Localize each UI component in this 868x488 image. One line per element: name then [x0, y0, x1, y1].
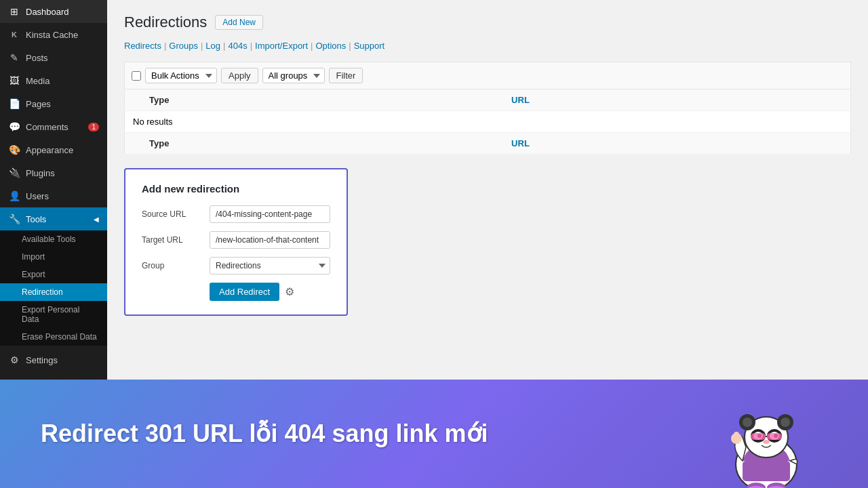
sidebar-item-label: Pages	[26, 99, 51, 109]
kinsta-icon: K	[8, 28, 20, 41]
submit-row: Add Redirect ⚙	[142, 283, 330, 301]
sidebar-item-label: Settings	[26, 355, 58, 365]
sidebar-item-dashboard[interactable]: ⊞ Dashboard	[0, 0, 107, 23]
add-redirect-button[interactable]: Add Redirect	[210, 283, 279, 301]
svg-rect-1	[743, 461, 790, 481]
sidebar-item-posts[interactable]: ✎ Posts	[0, 46, 107, 69]
group-row: Group Redirections	[142, 257, 330, 274]
group-form-select[interactable]: Redirections	[210, 257, 330, 274]
th-checkbox	[125, 89, 142, 111]
tfoot-url: URL	[503, 133, 850, 155]
apply-button[interactable]: Apply	[221, 68, 258, 83]
banner-text: Redirect 301 URL lỗi 404 sang link mới	[41, 420, 488, 448]
add-redirect-box: Add new redirection Source URL Target UR…	[124, 168, 348, 316]
sidebar-item-label: Dashboard	[26, 7, 69, 17]
sidebar-item-tools[interactable]: 🔧 Tools ◀	[0, 207, 107, 230]
comments-icon: 💬	[8, 121, 20, 133]
group-label: Group	[142, 261, 203, 270]
bulk-actions-select[interactable]: Bulk Actions	[145, 68, 217, 83]
tools-expand-icon: ◀	[94, 216, 99, 223]
panda-svg	[705, 383, 827, 488]
sidebar-item-label: Kinsta Cache	[26, 30, 78, 40]
main-content: Redirections Add New Redirects | Groups …	[107, 0, 868, 380]
source-url-label: Source URL	[142, 209, 203, 219]
target-url-input[interactable]	[210, 231, 330, 249]
nav-404s[interactable]: 404s	[228, 41, 247, 51]
page-title-row: Redirections Add New	[124, 14, 851, 31]
page-title: Redirections	[124, 14, 207, 31]
media-icon: 🖼	[8, 75, 20, 87]
sidebar-item-label: Users	[26, 191, 49, 201]
sidebar: ⊞ Dashboard K Kinsta Cache ✎ Posts 🖼 Med…	[0, 0, 107, 380]
tools-submenu: Available Tools Import Export Redirectio…	[0, 230, 107, 346]
filter-button[interactable]: Filter	[329, 68, 363, 83]
sidebar-item-comments[interactable]: 💬 Comments 1	[0, 115, 107, 138]
submenu-export-personal-data[interactable]: Export Personal Data	[0, 301, 107, 328]
svg-point-4	[743, 418, 752, 427]
svg-rect-14	[767, 433, 782, 440]
th-type: Type	[141, 89, 503, 111]
comments-badge: 1	[88, 123, 99, 131]
toolbar: Bulk Actions Apply All groups Filter	[124, 62, 851, 89]
svg-rect-13	[751, 433, 766, 440]
nav-options[interactable]: Options	[315, 41, 346, 51]
tfoot-type: Type	[141, 133, 503, 155]
sidebar-item-label: Tools	[26, 214, 46, 224]
redirect-settings-gear[interactable]: ⚙	[285, 285, 294, 298]
add-new-button[interactable]: Add New	[215, 15, 263, 30]
add-redirect-title: Add new redirection	[142, 183, 330, 195]
posts-icon: ✎	[8, 52, 20, 64]
tfoot-checkbox	[125, 133, 142, 155]
sidebar-item-media[interactable]: 🖼 Media	[0, 69, 107, 92]
table-footer-row: Type URL	[125, 133, 851, 155]
nav-support[interactable]: Support	[354, 41, 385, 51]
svg-rect-18	[734, 432, 739, 440]
redirections-table: Type URL No results Type URL	[124, 89, 851, 155]
submenu-available-tools[interactable]: Available Tools	[0, 230, 107, 248]
group-select[interactable]: All groups	[262, 68, 325, 83]
target-url-row: Target URL	[142, 231, 330, 249]
panda-mascot	[705, 383, 827, 488]
sidebar-item-label: Posts	[26, 53, 48, 63]
dashboard-icon: ⊞	[8, 5, 20, 18]
svg-point-16	[763, 440, 770, 444]
plugins-icon: 🔌	[8, 167, 20, 179]
submenu-import[interactable]: Import	[0, 248, 107, 266]
source-url-input[interactable]	[210, 205, 330, 223]
sidebar-item-label: Appearance	[26, 145, 73, 155]
nav-links: Redirects | Groups | Log | 404s | Import…	[124, 41, 851, 51]
submenu-redirection[interactable]: Redirection	[0, 283, 107, 301]
target-url-label: Target URL	[142, 235, 203, 245]
nav-import-export[interactable]: Import/Export	[255, 41, 308, 51]
table-header-row: Type URL	[125, 89, 851, 111]
settings-icon: ⚙	[8, 354, 20, 366]
pages-icon: 📄	[8, 98, 20, 110]
sidebar-item-label: Plugins	[26, 168, 55, 178]
tools-icon: 🔧	[8, 213, 20, 225]
source-url-row: Source URL	[142, 205, 330, 223]
users-icon: 👤	[8, 190, 20, 202]
sidebar-item-plugins[interactable]: 🔌 Plugins	[0, 161, 107, 184]
appearance-icon: 🎨	[8, 144, 20, 156]
sidebar-item-appearance[interactable]: 🎨 Appearance	[0, 138, 107, 161]
sidebar-item-pages[interactable]: 📄 Pages	[0, 92, 107, 115]
submenu-erase-personal-data[interactable]: Erase Personal Data	[0, 328, 107, 346]
sidebar-item-settings[interactable]: ⚙ Settings	[0, 348, 107, 371]
sidebar-item-kinsta-cache[interactable]: K Kinsta Cache	[0, 23, 107, 46]
nav-redirects[interactable]: Redirects	[124, 41, 161, 51]
sidebar-item-label: Comments	[26, 122, 68, 132]
nav-groups[interactable]: Groups	[169, 41, 198, 51]
select-all-checkbox[interactable]	[132, 71, 141, 81]
svg-point-6	[781, 418, 790, 427]
no-results: No results	[125, 111, 851, 133]
sidebar-item-label: Media	[26, 76, 50, 86]
bottom-banner: Redirect 301 URL lỗi 404 sang link mới	[0, 380, 868, 488]
th-url: URL	[503, 89, 850, 111]
submenu-export[interactable]: Export	[0, 266, 107, 283]
table-row: No results	[125, 111, 851, 133]
sidebar-item-users[interactable]: 👤 Users	[0, 184, 107, 207]
nav-log[interactable]: Log	[205, 41, 220, 51]
